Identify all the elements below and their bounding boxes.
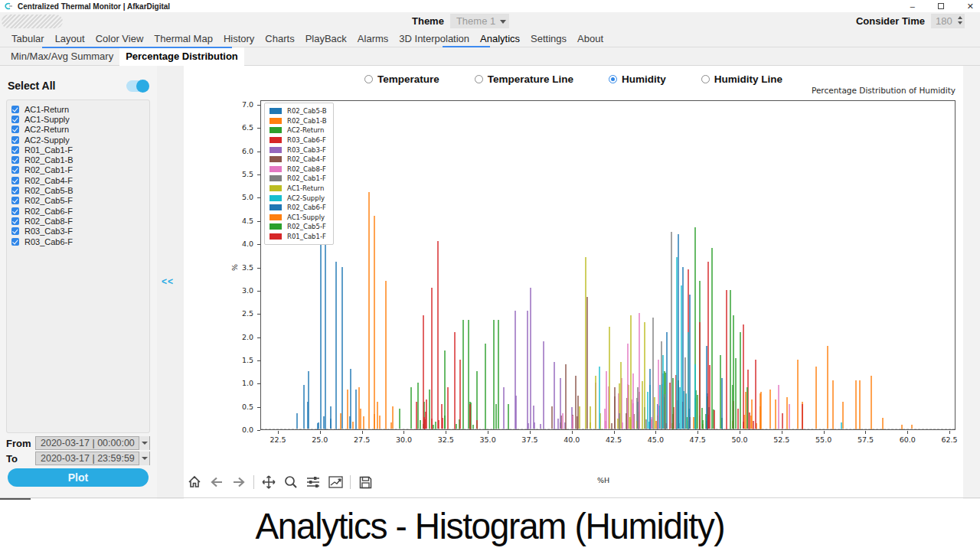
from-datetime-select[interactable]: 2020-03-17 | 00:00:00: [35, 436, 150, 450]
legend-label: AC1-Return: [287, 184, 324, 192]
histogram-bar: [579, 406, 580, 429]
subtab-min-max-avg-summary[interactable]: Min/Max/Avg Summary: [5, 47, 119, 66]
sensor-item-r02_cab8-f[interactable]: R02_Cab8-F: [11, 216, 145, 226]
legend-label: R03_Cab6-F: [287, 136, 326, 144]
sensor-item-ac1-return[interactable]: AC1-Return: [11, 104, 145, 114]
tab-history[interactable]: History: [218, 31, 260, 47]
theme-label: Theme: [412, 15, 444, 27]
radio-temperature-line[interactable]: Temperature Line: [475, 73, 573, 85]
tab-3d-interpolation[interactable]: 3D Interpolation: [394, 31, 475, 47]
histogram-bar: [627, 344, 629, 429]
radio-button-icon[interactable]: [364, 75, 373, 83]
tab-charts[interactable]: Charts: [260, 31, 299, 47]
sensor-item-r02_cab4-f[interactable]: R02_Cab4-F: [11, 175, 145, 185]
subplots-icon[interactable]: [305, 474, 321, 490]
tab-alarms[interactable]: Alarms: [352, 31, 394, 47]
checkbox-checked-icon[interactable]: [11, 227, 19, 235]
checkbox-checked-icon[interactable]: [11, 116, 19, 123]
sensor-item-r02_cab1-f[interactable]: R02_Cab1-F: [11, 165, 145, 175]
sensor-item-r02_cab5-f[interactable]: R02_Cab5-F: [11, 196, 145, 206]
home-icon[interactable]: [187, 474, 202, 490]
sidebar: Select All AC1-ReturnAC1-SupplyAC2-Retur…: [0, 66, 157, 499]
sensor-item-r02_cab6-f[interactable]: R02_Cab6-F: [11, 206, 145, 216]
sensor-label: AC1-Return: [24, 105, 69, 114]
subtab-percentage-distribution[interactable]: Percentage Distribution: [119, 47, 244, 66]
sensor-label: AC2-Return: [24, 125, 69, 134]
histogram-bar: [699, 322, 701, 429]
sensor-item-r03_cab6-f[interactable]: R03_Cab6-F: [11, 236, 145, 246]
zoom-icon[interactable]: [283, 474, 299, 490]
checkbox-checked-icon[interactable]: [11, 106, 19, 113]
radio-button-icon[interactable]: [609, 75, 617, 83]
legend-swatch-icon: [270, 223, 282, 230]
x-tick-mark: [949, 431, 950, 434]
plot-area[interactable]: R02_Cab5-BR02_Cab1-BAC2-ReturnR03_Cab6-F…: [260, 100, 956, 430]
radio-button-icon[interactable]: [701, 75, 710, 83]
checkbox-checked-icon[interactable]: [11, 166, 19, 174]
sensor-item-ac2-return[interactable]: AC2-Return: [11, 125, 145, 135]
radio-humidity[interactable]: Humidity: [609, 73, 666, 85]
tab-tabular[interactable]: Tabular: [6, 31, 50, 47]
chevron-down-icon[interactable]: [139, 452, 149, 465]
legend-swatch-icon: [270, 204, 282, 210]
tab-settings[interactable]: Settings: [525, 31, 572, 47]
histogram-bar: [707, 262, 709, 429]
sensor-item-r01_cab1-f[interactable]: R01_Cab1-F: [11, 145, 145, 155]
histogram-bar: [514, 311, 516, 429]
maximize-icon[interactable]: [938, 0, 944, 12]
save-icon[interactable]: [358, 474, 373, 490]
checkbox-checked-icon[interactable]: [11, 207, 19, 215]
checkbox-checked-icon[interactable]: [11, 217, 19, 225]
collapse-sidebar-button[interactable]: <<: [162, 276, 174, 287]
legend-entry-r03_cab6-f: R03_Cab6-F: [270, 135, 327, 145]
chevron-down-icon[interactable]: [139, 436, 149, 450]
histogram-bar: [859, 380, 861, 429]
checkbox-checked-icon[interactable]: [11, 156, 19, 164]
histogram-bar: [551, 406, 553, 429]
consider-time-spinner[interactable]: 180: [931, 14, 965, 28]
checkbox-checked-icon[interactable]: [11, 177, 19, 184]
checkbox-checked-icon[interactable]: [11, 126, 19, 133]
tab-analytics[interactable]: Analytics: [475, 31, 525, 47]
tab-about[interactable]: About: [572, 31, 609, 47]
sensor-item-ac2-supply[interactable]: AC2-Supply: [11, 135, 145, 145]
histogram-bar: [350, 369, 351, 429]
x-tick-label: 55.0: [811, 435, 837, 444]
histogram-bar: [842, 402, 844, 429]
tab-thermal-map[interactable]: Thermal Map: [149, 31, 218, 47]
radio-humidity-line[interactable]: Humidity Line: [701, 73, 782, 85]
checkbox-checked-icon[interactable]: [11, 136, 19, 144]
legend-label: R02_Cab6-F: [287, 204, 326, 211]
legend-entry-r01_cab1-f: R01_Cab1-F: [270, 232, 327, 242]
select-all-toggle[interactable]: [126, 80, 149, 92]
checkbox-checked-icon[interactable]: [11, 238, 19, 246]
checkbox-checked-icon[interactable]: [11, 197, 19, 204]
pan-icon[interactable]: [261, 474, 276, 490]
close-icon[interactable]: ✕: [967, 0, 974, 12]
back-icon[interactable]: [209, 474, 224, 490]
to-datetime-select[interactable]: 2020-03-17 | 23:59:59: [35, 452, 150, 465]
tab-color-view[interactable]: Color View: [90, 31, 149, 47]
histogram-bar: [681, 285, 682, 429]
x-tick-mark: [572, 431, 573, 434]
checkbox-checked-icon[interactable]: [11, 146, 19, 154]
forward-icon[interactable]: [231, 474, 247, 490]
sensor-item-r02_cab1-b[interactable]: R02_Cab1-B: [11, 155, 145, 165]
tab-playback[interactable]: PlayBack: [300, 31, 352, 47]
sensor-label: R02_Cab5-F: [24, 196, 73, 205]
spinner-arrows-icon[interactable]: [958, 16, 962, 24]
plot-button[interactable]: Plot: [8, 468, 149, 487]
sensor-item-ac1-supply[interactable]: AC1-Supply: [11, 114, 145, 124]
radio-button-icon[interactable]: [475, 75, 483, 83]
radio-temperature[interactable]: Temperature: [364, 73, 439, 85]
checkbox-checked-icon[interactable]: [11, 187, 19, 194]
legend-label: R02_Cab4-F: [287, 155, 326, 163]
theme-dropdown[interactable]: Theme 1: [450, 14, 509, 28]
sensor-item-r03_cab3-f[interactable]: R03_Cab3-F: [11, 227, 145, 236]
tab-layout[interactable]: Layout: [50, 31, 90, 47]
sensor-item-r02_cab5-b[interactable]: R02_Cab5-B: [11, 185, 145, 195]
histogram-bar: [620, 362, 622, 429]
y-tick-label: 2.5: [230, 309, 253, 318]
minimize-icon[interactable]: –: [910, 0, 915, 12]
axes-edit-icon[interactable]: [328, 474, 343, 490]
